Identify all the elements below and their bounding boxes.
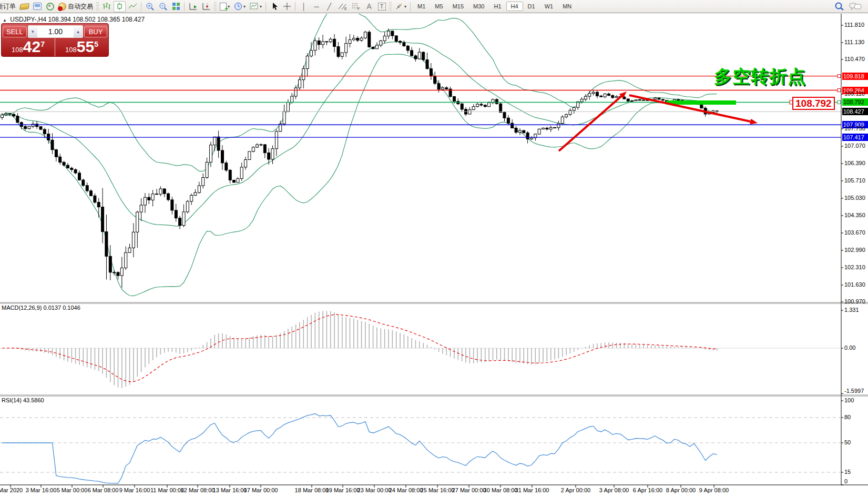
bar-chart-icon xyxy=(102,2,111,11)
toolbar-grip xyxy=(214,2,217,11)
toolbar-grip xyxy=(389,2,392,11)
auto-trading-label: 自动交易 xyxy=(68,2,93,11)
timeframe-button-H4[interactable]: H4 xyxy=(506,2,523,11)
trendline-tool[interactable]: ╱ xyxy=(323,1,335,12)
timeframe-button-M1[interactable]: M1 xyxy=(413,2,430,11)
chat-button[interactable] xyxy=(847,1,864,12)
chat-icon xyxy=(849,2,863,11)
candlestick-mode-button[interactable] xyxy=(114,1,126,12)
search-button[interactable] xyxy=(833,1,846,12)
terminal-icon[interactable] xyxy=(32,1,43,12)
text-label-tool[interactable]: T xyxy=(376,1,387,12)
clock-icon xyxy=(234,2,242,11)
rsi-plot xyxy=(2,414,717,484)
equidistant-channel-icon: E xyxy=(338,2,347,11)
vline-icon: │ xyxy=(302,3,306,11)
volume-decrease-button[interactable]: ▼ xyxy=(28,26,37,37)
auto-trading-icon xyxy=(58,3,66,11)
ohlc-high: 108.502 xyxy=(73,16,95,23)
volume-increase-button[interactable]: ▲ xyxy=(74,26,83,37)
symbol-period: USDJPY-,H4 xyxy=(10,16,46,23)
timeframe-button-M30[interactable]: M30 xyxy=(468,2,489,11)
sell-button[interactable]: SELL xyxy=(3,26,27,37)
toolbar-right xyxy=(832,1,868,12)
text-tool[interactable]: A xyxy=(363,1,375,12)
tile-windows-button[interactable] xyxy=(170,1,182,12)
fibonacci-icon: F xyxy=(351,2,361,11)
chart-shift-icon xyxy=(202,2,211,11)
arrows-tool-button[interactable]: ▾ xyxy=(393,1,408,12)
line-chart-icon xyxy=(128,2,137,11)
svg-text:F: F xyxy=(358,7,360,11)
turning-point-annotation[interactable]: 多空转折点 xyxy=(714,65,806,89)
buy-price[interactable]: 108 55 5 xyxy=(55,38,108,56)
vertical-line-tool[interactable]: │ xyxy=(298,1,310,12)
trade-panel-prices: 108 42 7 108 55 5 xyxy=(2,38,108,56)
crosshair-icon xyxy=(283,2,291,11)
zoom-out-icon xyxy=(159,2,168,11)
zoom-in-icon xyxy=(146,2,155,11)
cursor-tool-button[interactable] xyxy=(269,1,280,12)
line-chart-mode-button[interactable] xyxy=(127,1,139,12)
toolbar-separator xyxy=(410,2,411,11)
trade-panel-top-row: SELL ▼ ▲ BUY xyxy=(2,24,108,38)
sell-price-prefix: 108 xyxy=(12,46,23,54)
toolbar-separator xyxy=(184,2,185,11)
indicators-button[interactable]: ▾ xyxy=(218,1,231,12)
timeframe-button-W1[interactable]: W1 xyxy=(540,2,558,11)
search-icon xyxy=(834,2,845,11)
ohlc-close: 108.427 xyxy=(122,16,145,23)
horizontal-line-tool[interactable]: ─ xyxy=(311,1,322,12)
chevron-down-icon: ▾ xyxy=(260,4,262,9)
crosshair-tool-button[interactable] xyxy=(281,1,293,12)
cursor-icon xyxy=(271,2,278,11)
macd-plot xyxy=(2,311,717,388)
zoom-in-button[interactable] xyxy=(144,1,156,12)
template-icon xyxy=(250,2,259,11)
bollinger-bands xyxy=(2,3,717,296)
buy-price-prefix: 108 xyxy=(65,46,77,54)
timeframe-button-M15[interactable]: M15 xyxy=(448,2,468,11)
channel-tool[interactable]: E xyxy=(336,1,349,12)
chevron-down-icon: ▾ xyxy=(243,4,246,9)
signal-icon[interactable] xyxy=(44,1,56,12)
chevron-down-icon: ▾ xyxy=(404,4,406,9)
toolbar-separator xyxy=(141,2,142,11)
tile-windows-icon xyxy=(172,2,180,11)
buy-button[interactable]: BUY xyxy=(84,26,107,37)
text-label-icon: T xyxy=(378,3,386,11)
timeframe-button-D1[interactable]: D1 xyxy=(523,2,540,11)
buy-price-pip: 5 xyxy=(94,40,98,48)
fibonacci-tool[interactable]: F xyxy=(350,1,362,12)
volume-input[interactable] xyxy=(37,26,74,37)
sell-price[interactable]: 108 42 7 xyxy=(2,38,55,56)
auto-scroll-button[interactable] xyxy=(187,1,199,12)
timeframe-button-H1[interactable]: H1 xyxy=(489,2,506,11)
new-order-button[interactable]: 新订单 xyxy=(0,1,17,12)
highlight-bar[interactable] xyxy=(666,100,736,105)
gold-icon[interactable] xyxy=(18,1,30,12)
toolbar-grip xyxy=(96,2,99,11)
chart-title: ▲ USDJPY-,H4 108.394 108.502 108.365 108… xyxy=(3,16,145,23)
timeframe-group: M1M5M15M30H1H4D1W1MN xyxy=(413,2,576,11)
auto-trading-button[interactable]: 自动交易 xyxy=(57,1,95,12)
bar-chart-mode-button[interactable] xyxy=(100,1,113,12)
templates-button[interactable]: ▾ xyxy=(248,1,263,12)
auto-scroll-icon xyxy=(189,2,198,11)
zoom-out-button[interactable] xyxy=(157,1,169,12)
price-callout-label[interactable]: 108.792 xyxy=(792,97,835,110)
add-indicator-icon xyxy=(220,3,227,11)
buy-price-big: 55 xyxy=(77,38,94,55)
timeframe-button-M5[interactable]: M5 xyxy=(430,2,447,11)
ohlc-low: 108.365 xyxy=(97,16,120,23)
chart-shift-button[interactable] xyxy=(200,1,212,12)
periods-button[interactable]: ▾ xyxy=(232,1,247,12)
one-click-trading-panel: SELL ▼ ▲ BUY 108 42 7 108 55 5 xyxy=(1,23,109,57)
timeframe-button-MN[interactable]: MN xyxy=(558,2,576,11)
toolbar-separator xyxy=(295,2,296,11)
trendline-icon: ╱ xyxy=(327,3,331,11)
ohlc-open: 108.394 xyxy=(48,16,71,23)
gold-bar-icon xyxy=(19,3,29,10)
mt4-window: 新订单 自动交易 xyxy=(0,0,868,497)
toolbar-separator xyxy=(265,2,267,11)
